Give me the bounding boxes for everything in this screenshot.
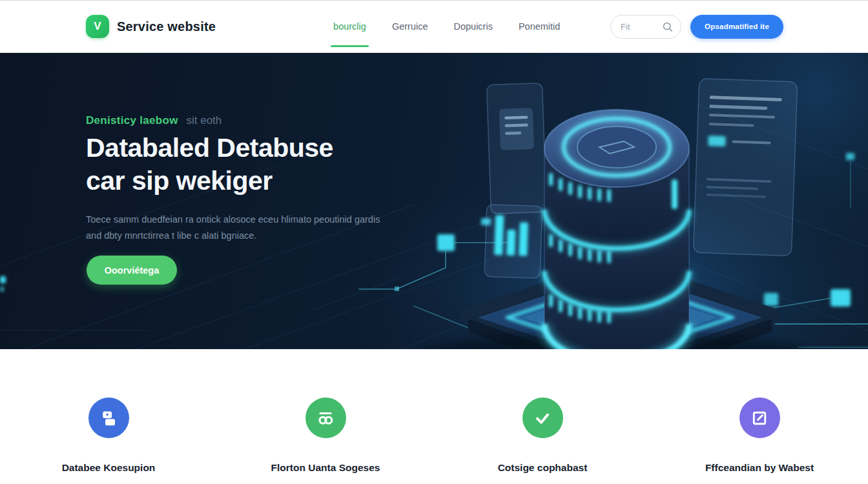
hero-eyebrow: Denisticy laebow sit eoth: [86, 114, 222, 127]
check-icon: [522, 398, 563, 438]
feature-card-check: Cotsige cophabast Dishlsexttet o das ati…: [434, 398, 651, 484]
hero-cta-button[interactable]: Ooorviétega: [87, 256, 177, 285]
hero-title-line1: Databaled Detabuse: [86, 133, 333, 163]
feature-card-database: Databee Koesupion Sata/ld Bhetolny itp e…: [0, 398, 217, 484]
nav-item-0[interactable]: bourclig: [333, 21, 366, 32]
hero-title: Databaled Detabuse car sip wekiger: [86, 132, 396, 197]
features-section: Databee Koesupion Sata/ld Bhetolny itp e…: [0, 349, 868, 484]
search-input[interactable]: [621, 22, 656, 32]
main-nav: bourclig Gerruice Dopuicris Ponemitid: [333, 21, 560, 32]
edit-icon: [739, 398, 780, 438]
hero-description: Toece samm duedfeian ra ontick alosoce e…: [86, 212, 389, 244]
hero-eyebrow-muted: sit eoth: [186, 114, 222, 126]
search-icon: [662, 21, 673, 32]
feature-title: Florton Uanta Sogeses: [271, 462, 380, 474]
header-actions: Opsadmatified ite: [610, 15, 783, 39]
feature-title: Fffceandian by Wabest: [705, 462, 814, 474]
hero-desc-line1: Toece samm duedfeian ra ontick alosoce e…: [86, 214, 380, 225]
hero-section: Denisticy laebow sit eoth Databaled Deta…: [0, 53, 868, 349]
feature-card-edit: Fffceandian by Wabest Senio te h bien t …: [651, 398, 868, 484]
nav-item-2[interactable]: Dopuicris: [453, 21, 492, 32]
brand-name: Service website: [117, 19, 216, 34]
header-cta-button[interactable]: Opsadmatified ite: [690, 15, 783, 39]
nav-item-1[interactable]: Gerruice: [392, 21, 428, 32]
hero-eyebrow-highlight: Denisticy laebow: [86, 114, 178, 126]
hero-desc-line2: and dbty mnrtctirrea t libe c alati bgni…: [86, 230, 256, 241]
search-box[interactable]: [610, 15, 681, 39]
top-navigation-bar: V Service website bourclig Gerruice Dopu…: [0, 0, 868, 53]
logo-icon: V: [86, 15, 109, 38]
feature-title: Cotsige cophabast: [498, 462, 588, 474]
feature-title: Databee Koesupion: [62, 462, 156, 474]
database-illustration: [0, 53, 868, 349]
hero-title-line2: car sip wekiger: [86, 166, 273, 196]
brand[interactable]: V Service website: [86, 15, 216, 38]
infinity-icon: [305, 398, 346, 438]
database-icon: [88, 398, 129, 438]
feature-card-sync: Florton Uanta Sogeses Sorb kcteetolgt in…: [217, 398, 434, 484]
nav-item-3[interactable]: Ponemitid: [519, 21, 560, 32]
